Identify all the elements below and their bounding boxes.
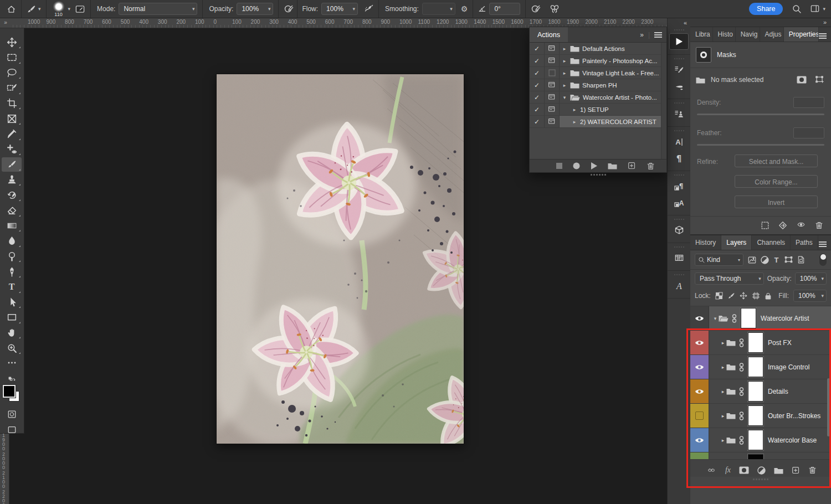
action-dialog-toggle[interactable] (545, 91, 560, 103)
layers-scrollbar[interactable] (827, 378, 830, 436)
quick-mask-button[interactable] (2, 407, 22, 421)
select-and-mask-button[interactable]: Select and Mask... (735, 155, 818, 167)
layer-visibility-toggle[interactable] (690, 331, 709, 354)
new-action-icon[interactable] (628, 162, 636, 170)
chevron-right-icon[interactable]: ▸ (562, 70, 567, 76)
opacity-select[interactable]: 100% ▾ (237, 3, 273, 15)
foreground-background-swatches[interactable] (3, 385, 20, 403)
layers-menu-icon[interactable] (819, 240, 831, 250)
load-selection-icon[interactable] (761, 221, 770, 230)
zoom-tool[interactable] (2, 341, 22, 355)
layer-mask-thumbnail[interactable] (748, 454, 763, 459)
layer-row[interactable]: ▸ Back Filling (690, 452, 831, 459)
chevron-right-icon[interactable]: ▸ (562, 58, 567, 64)
layer-row[interactable]: ▸ Watercolor Base (690, 428, 831, 452)
layer-row[interactable]: ▸ Image Control (690, 355, 831, 379)
workspace-chevron[interactable]: ▾ (823, 6, 825, 12)
layer-visibility-toggle[interactable] (690, 306, 709, 330)
toolbar-expand-chevrons[interactable]: » (0, 18, 11, 28)
tab-navig[interactable]: Navig (736, 27, 760, 42)
chevron-right-icon[interactable]: ▸ (562, 83, 567, 88)
action-checkbox[interactable]: ✓ (530, 116, 545, 127)
layer-visibility-toggle[interactable] (690, 452, 709, 459)
layer-row[interactable]: ▾ Watercolor Artist (690, 306, 831, 331)
new-layer-icon[interactable] (792, 466, 800, 475)
opacity-pressure-icon[interactable] (284, 4, 294, 14)
invert-button[interactable]: Invert (735, 196, 818, 208)
layer-mask-thumbnail[interactable] (748, 381, 763, 402)
action-checkbox[interactable]: ✓ (530, 104, 545, 115)
lock-position-icon[interactable] (740, 292, 747, 300)
symmetry-butterfly-icon[interactable] (550, 4, 560, 14)
action-checkbox[interactable]: ✓ (530, 55, 545, 66)
panel-collapse-icon[interactable]: » (640, 31, 644, 39)
hand-tool[interactable] (2, 325, 22, 340)
action-dialog-toggle[interactable] (545, 67, 560, 79)
apply-mask-icon[interactable] (778, 221, 787, 230)
size-pressure-icon[interactable] (531, 4, 541, 14)
eye-icon[interactable] (796, 222, 806, 229)
color-range-button[interactable]: Color Range... (735, 175, 818, 188)
tab-adjus[interactable]: Adjus (760, 27, 784, 42)
gradient-tool[interactable] (2, 218, 22, 233)
move-tool[interactable] (2, 35, 22, 49)
tab-paths[interactable]: Paths (791, 235, 818, 250)
healing-brush-tool[interactable] (2, 142, 22, 156)
action-row[interactable]: ✓ ▸ 1) SETUP (530, 104, 666, 116)
trash-icon[interactable] (815, 221, 823, 230)
actions-play-icon[interactable] (669, 33, 689, 50)
brush-size-chevron[interactable]: ▾ (68, 6, 71, 12)
filter-toggle-switch[interactable] (819, 254, 827, 266)
tab-properties[interactable]: Properties (784, 27, 819, 42)
filter-type-layers-icon[interactable]: T (773, 256, 780, 264)
add-layer-mask-icon[interactable] (739, 466, 749, 474)
brush-size-picker[interactable]: 110 (53, 1, 65, 17)
action-dialog-toggle[interactable] (545, 43, 560, 54)
chevron-right-icon[interactable]: ▸ (572, 119, 577, 125)
action-dialog-toggle[interactable] (545, 116, 560, 127)
flow-select[interactable]: 100% ▾ (321, 3, 358, 15)
layer-blend-mode-select[interactable]: Pass Through ▾ (695, 272, 764, 285)
action-row[interactable]: ✓ ▸ Sharpen PH (530, 79, 666, 91)
brush-settings-toggle-icon[interactable] (75, 4, 85, 14)
mask-link-icon[interactable] (739, 436, 744, 445)
blur-tool[interactable] (2, 234, 22, 248)
layer-mask-thumbnail[interactable] (748, 405, 763, 426)
brush-preset-chevron[interactable]: ▾ (38, 6, 41, 12)
airbrush-icon[interactable] (363, 4, 373, 14)
actions-tab[interactable]: Actions (530, 27, 568, 42)
action-row[interactable]: ✓ ▸ 2) WATERCOLOR ARTIST (530, 116, 666, 128)
canvas-document[interactable] (217, 74, 464, 444)
filter-shape-layers-icon[interactable] (784, 256, 793, 264)
character-panel-icon[interactable]: A (670, 134, 688, 150)
eraser-tool[interactable] (2, 203, 22, 218)
brush-presets-icon[interactable] (670, 79, 688, 94)
shape-tool[interactable] (2, 310, 22, 325)
layer-row[interactable]: ▸ Details (690, 379, 831, 404)
mask-link-icon[interactable] (732, 314, 737, 323)
new-set-folder-icon[interactable] (608, 162, 617, 169)
feather-input[interactable] (793, 127, 824, 138)
layer-visibility-toggle[interactable] (690, 379, 709, 403)
add-vector-mask-icon[interactable] (813, 75, 825, 85)
layer-mask-thumbnail[interactable] (748, 430, 763, 450)
workspace-icon[interactable] (809, 4, 820, 13)
action-dialog-toggle[interactable] (545, 55, 560, 66)
action-row[interactable]: ✓ ▾ Watercolor Artist - Photo... (530, 91, 666, 104)
glyphs-panel-icon[interactable]: A (670, 278, 688, 294)
share-button[interactable]: Share (749, 3, 783, 15)
filter-adjustment-layers-icon[interactable] (761, 256, 769, 264)
action-checkbox[interactable]: ✓ (530, 67, 545, 79)
action-checkbox[interactable]: ✓ (530, 91, 545, 103)
layer-visibility-toggle[interactable] (690, 428, 709, 452)
object-selection-tool[interactable] (2, 81, 22, 95)
layer-row[interactable]: ▸ Outer Br...Strokes (690, 404, 831, 428)
chevron-right-icon[interactable]: ▸ (720, 389, 726, 394)
chevron-down-icon[interactable]: ▾ (712, 316, 719, 321)
layer-mask-thumbnail[interactable] (748, 357, 763, 377)
expand-panels-icon[interactable]: » (823, 19, 827, 25)
dodge-tool[interactable] (2, 249, 22, 263)
chevron-right-icon[interactable]: ▸ (720, 340, 726, 346)
link-layers-icon[interactable] (706, 467, 717, 474)
layer-style-fx-icon[interactable]: fx (725, 466, 731, 475)
